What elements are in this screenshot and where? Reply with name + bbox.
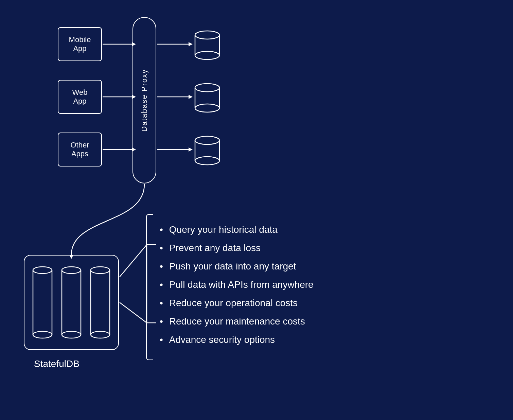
- statefuldb-label: StatefulDB: [34, 358, 79, 369]
- features-list: Query your historical data Prevent any d…: [160, 224, 314, 353]
- svg-point-38: [91, 267, 110, 274]
- svg-point-18: [195, 31, 219, 39]
- other-apps-box: Other Apps: [58, 133, 102, 167]
- svg-point-29: [195, 157, 219, 165]
- database-cylinder-2: [190, 82, 224, 117]
- proxy-bar: Database Proxy: [132, 17, 156, 183]
- statefuldb-cylinder-3: [88, 263, 112, 342]
- svg-point-33: [33, 331, 52, 338]
- mobile-app-box: Mobile App: [58, 27, 102, 61]
- feature-item-2: Prevent any data loss: [160, 243, 314, 253]
- svg-point-30: [33, 267, 52, 274]
- statefuldb-cylinder-2: [59, 263, 83, 342]
- svg-line-14: [120, 302, 147, 323]
- features-bracket: [146, 214, 153, 360]
- feature-item-4: Pull data with APIs from anywhere: [160, 279, 314, 290]
- other-apps-label: Other Apps: [70, 141, 89, 158]
- feature-item-6: Reduce your maintenance costs: [160, 316, 314, 327]
- svg-point-21: [195, 51, 219, 59]
- web-app-box: Web App: [58, 80, 102, 114]
- svg-point-25: [195, 104, 219, 112]
- feature-item-7: Advance security options: [160, 334, 314, 345]
- statefuldb-box: [24, 255, 119, 350]
- svg-point-34: [62, 267, 81, 274]
- svg-point-37: [62, 331, 81, 338]
- web-app-label: Web App: [72, 88, 88, 106]
- mobile-app-label: Mobile App: [69, 35, 91, 53]
- feature-item-1: Query your historical data: [160, 224, 314, 235]
- svg-point-22: [195, 84, 219, 92]
- proxy-label: Database Proxy: [140, 69, 149, 132]
- svg-point-26: [195, 136, 219, 144]
- feature-item-5: Reduce your operational costs: [160, 298, 314, 309]
- connections-svg: [0, 0, 513, 420]
- feature-item-3: Push your data into any target: [160, 261, 314, 272]
- database-cylinder-3: [190, 134, 224, 170]
- svg-point-41: [91, 331, 110, 338]
- database-cylinder-1: [190, 29, 224, 64]
- diagram-container: Mobile App Web App Other Apps Database P…: [0, 0, 513, 420]
- statefuldb-cylinder-1: [31, 263, 54, 342]
- svg-line-13: [120, 245, 147, 277]
